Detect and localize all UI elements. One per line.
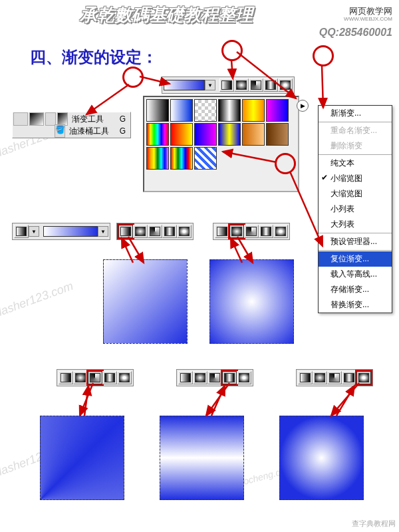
preset-menu-button[interactable]: ▶ <box>297 100 309 112</box>
preset-swatch[interactable] <box>146 123 169 146</box>
type-btns-reflected <box>176 369 253 386</box>
check-icon: ✔ <box>321 173 328 182</box>
menu-small-thumb[interactable]: ✔小缩览图 <box>319 171 392 186</box>
reflected-gradient-btn[interactable] <box>102 371 117 384</box>
linear-gradient-btn[interactable] <box>59 371 73 384</box>
angle-gradient-btn[interactable] <box>249 78 263 92</box>
menu-large-list[interactable]: 大列表 <box>319 217 392 232</box>
preset-swatch[interactable] <box>194 123 217 146</box>
menu-separator <box>319 250 392 251</box>
svg-line-12 <box>84 386 88 416</box>
linear-gradient-btn[interactable] <box>298 371 313 384</box>
svg-line-16 <box>336 386 354 416</box>
radial-gradient-btn[interactable] <box>234 78 249 92</box>
title-banner: 承乾數碼基礎教程整理 <box>80 3 253 27</box>
highlight-circle <box>122 66 144 88</box>
radial-gradient-btn[interactable] <box>133 225 148 238</box>
diamond-gradient-btn[interactable] <box>278 78 293 92</box>
radial-gradient-btn[interactable] <box>73 371 88 384</box>
radial-gradient-btn[interactable] <box>313 371 327 384</box>
linear-gradient-btn[interactable] <box>14 225 29 238</box>
diamond-gradient-btn[interactable] <box>237 371 251 384</box>
type-btns-radial <box>213 223 290 240</box>
linear-gradient-btn[interactable] <box>215 225 229 238</box>
eraser-icon <box>13 112 28 126</box>
linear-gradient-btn[interactable] <box>219 78 234 92</box>
tool-label: 渐变工具 <box>72 114 104 125</box>
svg-line-4 <box>322 65 323 108</box>
menu-delete-gradient: 删除渐变 <box>319 138 392 154</box>
diamond-gradient-btn[interactable] <box>177 225 192 238</box>
radial-sample <box>209 259 294 344</box>
dropdown[interactable]: ▼ <box>29 226 39 237</box>
preset-swatch[interactable] <box>242 99 265 122</box>
angle-gradient-btn[interactable] <box>207 371 222 384</box>
gradient-icon <box>57 112 68 126</box>
svg-line-14 <box>211 386 225 416</box>
radial-gradient-btn[interactable] <box>229 225 244 238</box>
preset-swatch[interactable] <box>266 123 289 146</box>
radial-gradient-btn[interactable] <box>193 371 207 384</box>
preset-swatch[interactable] <box>266 99 289 122</box>
type-btns-linear <box>116 223 194 240</box>
diamond-gradient-btn[interactable] <box>356 371 371 384</box>
tool-shortcut: G <box>120 114 126 124</box>
preset-swatch[interactable] <box>170 147 193 170</box>
section-title: 四、渐变的设定： <box>30 47 158 68</box>
gradient-options-bar-2: ▼ ▼ <box>12 223 110 240</box>
angle-sample <box>40 416 124 500</box>
svg-line-1 <box>86 84 129 114</box>
preset-swatch[interactable] <box>242 123 265 146</box>
gradient-dropdown[interactable]: ▼ <box>98 226 108 237</box>
linear-gradient-btn[interactable] <box>178 371 193 384</box>
tool-row-bucket[interactable]: 🪣 油漆桶工具 G <box>13 125 130 137</box>
gradient-preview[interactable] <box>164 80 205 90</box>
preset-swatch[interactable] <box>146 147 169 170</box>
menu-new-gradient[interactable]: 新渐变... <box>319 106 392 121</box>
highlight-circle <box>275 153 296 174</box>
gradient-dropdown[interactable]: ▼ <box>205 80 215 90</box>
preset-swatch[interactable] <box>170 99 193 122</box>
linear-sample <box>103 259 188 344</box>
angle-gradient-btn[interactable] <box>88 371 102 384</box>
menu-large-thumb[interactable]: 大缩览图 <box>319 186 392 201</box>
highlight-circle <box>313 45 334 66</box>
reflected-gradient-btn[interactable] <box>162 225 177 238</box>
qq-label: QQ:285460001 <box>319 27 392 39</box>
tool-row-gradient[interactable]: 渐变工具 G <box>13 113 130 125</box>
reflected-gradient-btn[interactable] <box>263 78 278 92</box>
diamond-gradient-btn[interactable] <box>117 371 132 384</box>
diamond-sample <box>279 416 364 500</box>
chevron-icon <box>45 112 56 126</box>
preset-swatch[interactable] <box>170 123 193 146</box>
menu-reset-gradients[interactable]: 复位渐变... <box>319 251 392 267</box>
linear-gradient-btn[interactable] <box>118 225 133 238</box>
type-btns-angle <box>57 369 134 386</box>
reflected-gradient-btn[interactable] <box>342 371 356 384</box>
gradient-preview[interactable] <box>43 226 98 237</box>
site-url: WWW.WEBJX.COM <box>344 16 392 22</box>
menu-replace-gradients[interactable]: 替换渐变... <box>319 297 392 313</box>
angle-gradient-btn[interactable] <box>148 225 162 238</box>
preset-swatch[interactable] <box>218 123 241 146</box>
reflected-gradient-btn[interactable] <box>222 371 237 384</box>
menu-preset-manager[interactable]: 预设管理器... <box>319 234 392 249</box>
menu-load-contours[interactable]: 载入等高线... <box>319 267 392 282</box>
tool-shortcut: G <box>120 126 126 136</box>
preset-swatch[interactable] <box>218 99 241 122</box>
menu-separator <box>319 233 392 233</box>
preset-swatch[interactable] <box>194 147 217 170</box>
preset-swatch[interactable] <box>146 99 169 122</box>
menu-separator <box>319 154 392 155</box>
angle-gradient-btn[interactable] <box>244 225 259 238</box>
reflected-gradient-btn[interactable] <box>259 225 273 238</box>
angle-gradient-btn[interactable] <box>327 371 342 384</box>
svg-line-13 <box>206 383 229 416</box>
preset-swatch[interactable] <box>194 99 217 122</box>
menu-small-list[interactable]: 小列表 <box>319 201 392 217</box>
menu-text-only[interactable]: 纯文本 <box>319 156 392 171</box>
svg-line-11 <box>80 383 93 416</box>
gradient-preset-panel <box>143 96 299 192</box>
diamond-gradient-btn[interactable] <box>273 225 288 238</box>
menu-save-gradients[interactable]: 存储渐变... <box>319 282 392 297</box>
